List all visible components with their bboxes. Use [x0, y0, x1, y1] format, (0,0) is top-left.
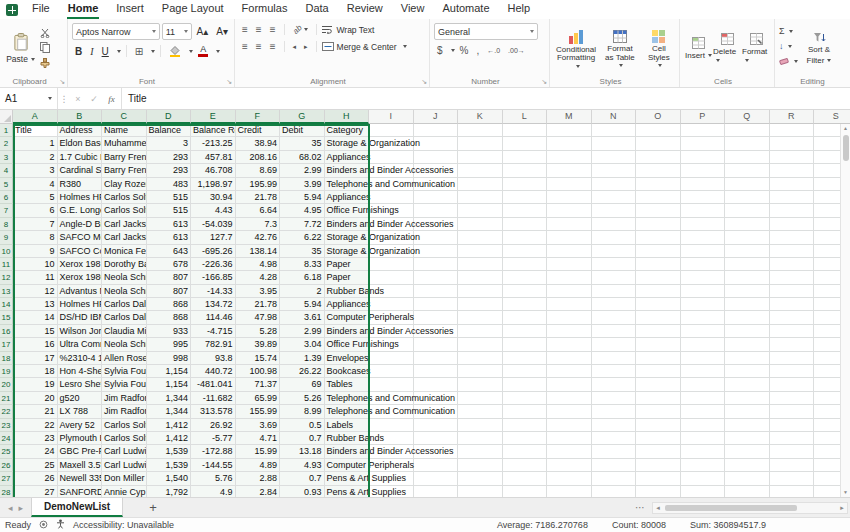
cell-O1[interactable]	[636, 124, 681, 137]
cell-F22[interactable]: 155.99	[236, 405, 281, 418]
cell-R15[interactable]	[770, 311, 815, 324]
cell-Q10[interactable]	[725, 245, 770, 258]
cell-C28[interactable]: Annie Cyp	[102, 486, 147, 497]
cell-M18[interactable]	[547, 352, 592, 365]
row-header-24[interactable]: 24	[0, 432, 13, 445]
cell-A7[interactable]: 6	[13, 204, 58, 217]
column-header-K[interactable]: K	[458, 110, 503, 124]
cell-Q3[interactable]	[725, 151, 770, 164]
cell-P10[interactable]	[681, 245, 726, 258]
cell-L4[interactable]	[503, 164, 548, 177]
format-painter-icon[interactable]	[40, 56, 50, 69]
cell-F2[interactable]: 38.94	[236, 137, 281, 150]
cell-E26[interactable]: -144.55	[191, 459, 236, 472]
row-header-13[interactable]: 13	[0, 285, 13, 298]
wrap-text-button[interactable]: Wrap Text	[322, 25, 374, 35]
cell-R9[interactable]	[770, 231, 815, 244]
cell-K5[interactable]	[458, 178, 503, 191]
cell-R14[interactable]	[770, 298, 815, 311]
column-header-D[interactable]: D	[147, 110, 192, 124]
cell-C9[interactable]: Carl Jackso	[102, 231, 147, 244]
cell-B20[interactable]: Lesro Shef	[58, 378, 103, 391]
cell-K6[interactable]	[458, 191, 503, 204]
cell-P11[interactable]	[681, 258, 726, 271]
clear-button[interactable]	[779, 54, 798, 68]
cell-G22[interactable]: 8.99	[280, 405, 325, 418]
align-top-icon[interactable]: ≡	[239, 23, 251, 36]
cell-E16[interactable]: -4.715	[191, 325, 236, 338]
cell-R19[interactable]	[770, 365, 815, 378]
cell-D20[interactable]: 1,154	[147, 378, 192, 391]
cell-K24[interactable]	[458, 432, 503, 445]
enter-icon[interactable]: ✓	[86, 88, 102, 109]
cell-K1[interactable]	[458, 124, 503, 137]
cell-L23[interactable]	[503, 419, 548, 432]
row-header-14[interactable]: 14	[0, 298, 13, 311]
cell-A22[interactable]: 21	[13, 405, 58, 418]
cell-C22[interactable]: Jim Radfor	[102, 405, 147, 418]
cell-B12[interactable]: Xerox 1980	[58, 271, 103, 284]
cell-P1[interactable]	[681, 124, 726, 137]
cell-A24[interactable]: 23	[13, 432, 58, 445]
cell-L18[interactable]	[503, 352, 548, 365]
cell-Q2[interactable]	[725, 137, 770, 150]
cell-R12[interactable]	[770, 271, 815, 284]
cell-H7[interactable]: Office Furnishings	[325, 204, 370, 217]
cell-F10[interactable]: 138.14	[236, 245, 281, 258]
cell-E19[interactable]: 440.72	[191, 365, 236, 378]
cell-E25[interactable]: -172.88	[191, 445, 236, 458]
cell-B10[interactable]: SAFCO Co	[58, 245, 103, 258]
cell-C21[interactable]: Jim Radfor	[102, 392, 147, 405]
cell-N10[interactable]	[592, 245, 637, 258]
row-header-10[interactable]: 10	[0, 245, 13, 258]
cell-C3[interactable]: Barry Fren	[102, 151, 147, 164]
cell-G13[interactable]: 2	[280, 285, 325, 298]
menu-tab-file[interactable]: File	[23, 0, 59, 19]
cell-G21[interactable]: 5.26	[280, 392, 325, 405]
cell-A28[interactable]: 27	[13, 486, 58, 497]
cell-C19[interactable]: Sylvia Foul	[102, 365, 147, 378]
conditional-formatting-button[interactable]: Conditional Formatting	[554, 30, 598, 68]
scroll-down-icon[interactable]: ▼	[841, 488, 850, 497]
cell-R27[interactable]	[770, 472, 815, 485]
cell-E5[interactable]: 1,198.97	[191, 178, 236, 191]
cell-A11[interactable]: 10	[13, 258, 58, 271]
cell-G1[interactable]: Debit	[280, 124, 325, 137]
cell-K12[interactable]	[458, 271, 503, 284]
cell-M1[interactable]	[547, 124, 592, 137]
cell-J14[interactable]	[414, 298, 459, 311]
cell-N16[interactable]	[592, 325, 637, 338]
cell-C27[interactable]: Don Miller	[102, 472, 147, 485]
cell-B13[interactable]: Advantus N	[58, 285, 103, 298]
cell-M24[interactable]	[547, 432, 592, 445]
cell-E3[interactable]: 457.81	[191, 151, 236, 164]
row-header-22[interactable]: 22	[0, 405, 13, 418]
cell-B2[interactable]: Eldon Base	[58, 137, 103, 150]
menu-tab-data[interactable]: Data	[296, 0, 337, 19]
menu-tab-home[interactable]: Home	[59, 0, 108, 19]
cell-B14[interactable]: Holmes HF	[58, 298, 103, 311]
cell-O7[interactable]	[636, 204, 681, 217]
cell-H16[interactable]: Binders and Binder Accessories	[325, 325, 370, 338]
cell-F13[interactable]: 3.95	[236, 285, 281, 298]
cell-Q5[interactable]	[725, 178, 770, 191]
cell-C17[interactable]: Neola Schn	[102, 338, 147, 351]
cell-N23[interactable]	[592, 419, 637, 432]
cell-L25[interactable]	[503, 445, 548, 458]
cell-R7[interactable]	[770, 204, 815, 217]
italic-button[interactable]: I	[87, 45, 96, 58]
row-header-20[interactable]: 20	[0, 378, 13, 391]
delete-cells-button[interactable]: Delete	[713, 33, 742, 65]
cell-M10[interactable]	[547, 245, 592, 258]
cell-R22[interactable]	[770, 405, 815, 418]
cell-L22[interactable]	[503, 405, 548, 418]
name-box[interactable]: A1	[0, 88, 58, 109]
cell-P12[interactable]	[681, 271, 726, 284]
cell-M15[interactable]	[547, 311, 592, 324]
cell-B26[interactable]: Maxell 3.5"	[58, 459, 103, 472]
cell-B7[interactable]: G.E. Longe	[58, 204, 103, 217]
increase-indent-icon[interactable]: ▸	[301, 42, 311, 52]
cell-H9[interactable]: Storage & Organization	[325, 231, 370, 244]
cell-H8[interactable]: Binders and Binder Accessories	[325, 218, 370, 231]
cell-M8[interactable]	[547, 218, 592, 231]
